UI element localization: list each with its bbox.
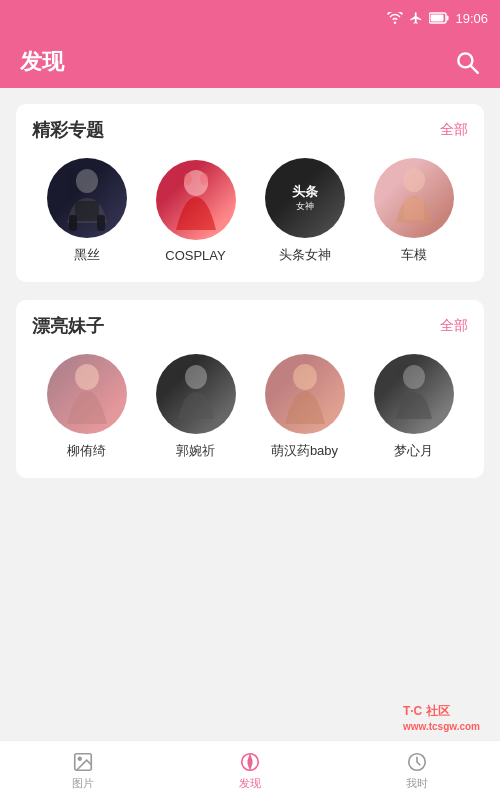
bottom-nav: 图片 发现 我时 (0, 740, 500, 800)
girls-section-header: 漂亮妹子 全部 (32, 314, 468, 338)
svg-rect-2 (447, 16, 449, 21)
wifi-icon (387, 12, 403, 24)
compass-icon (239, 751, 261, 773)
svg-point-12 (403, 168, 425, 192)
featured-label-chemo: 车模 (401, 246, 427, 264)
featured-avatar-cosplay (156, 160, 236, 240)
svg-point-17 (403, 365, 425, 389)
time-display: 19:06 (455, 11, 488, 26)
svg-marker-22 (248, 761, 252, 768)
clock-icon (406, 751, 428, 773)
featured-item-chemo[interactable]: 车模 (374, 158, 454, 264)
featured-item-heisi[interactable]: 黑丝 (47, 158, 127, 264)
featured-more[interactable]: 全部 (440, 121, 468, 139)
search-icon[interactable] (454, 49, 480, 75)
main-content: 精彩专题 全部 黑丝 (0, 88, 500, 740)
girl-label-guowanxi: 郭婉祈 (176, 442, 215, 460)
girl-item-menghan[interactable]: 萌汉药baby (265, 354, 345, 460)
girl-label-liuyouqi: 柳侑绮 (67, 442, 106, 460)
watermark-url: www.tcsgw.com (403, 721, 480, 732)
status-bar: 19:06 (0, 0, 500, 36)
girl-label-mengxin: 梦心月 (394, 442, 433, 460)
girl-avatar-mengxin (374, 354, 454, 434)
girl-avatar-liuyouqi (47, 354, 127, 434)
svg-point-11 (200, 173, 208, 185)
nav-label-pics: 图片 (72, 776, 94, 791)
airplane-icon (409, 11, 423, 25)
featured-item-cosplay[interactable]: COSPLAY (156, 160, 236, 263)
svg-point-14 (75, 364, 99, 390)
svg-point-19 (79, 757, 82, 760)
status-icons: 19:06 (387, 11, 488, 26)
girls-title: 漂亮妹子 (32, 314, 104, 338)
featured-avatar-heisi (47, 158, 127, 238)
featured-label-heisi: 黑丝 (74, 246, 100, 264)
featured-section-header: 精彩专题 全部 (32, 118, 468, 142)
svg-point-16 (293, 364, 317, 390)
battery-icon (429, 12, 449, 24)
featured-title: 精彩专题 (32, 118, 104, 142)
svg-rect-7 (69, 215, 77, 231)
girls-section: 漂亮妹子 全部 柳侑绮 (16, 300, 484, 478)
nav-label-moment: 我时 (406, 776, 428, 791)
nav-label-discover: 发现 (239, 776, 261, 791)
featured-section: 精彩专题 全部 黑丝 (16, 104, 484, 282)
girl-item-liuyouqi[interactable]: 柳侑绮 (47, 354, 127, 460)
nav-item-discover[interactable]: 发现 (167, 751, 334, 791)
svg-rect-13 (404, 198, 424, 220)
girl-avatar-menghan (265, 354, 345, 434)
featured-item-toutiao[interactable]: 头条 女神 头条女神 (265, 158, 345, 264)
girl-avatar-guowanxi (156, 354, 236, 434)
girl-label-menghan: 萌汉药baby (271, 442, 338, 460)
svg-rect-6 (75, 201, 99, 221)
girls-more[interactable]: 全部 (440, 317, 468, 335)
svg-rect-8 (97, 215, 105, 231)
watermark: T·C 社区 www.tcsgw.com (403, 703, 480, 732)
girls-avatars-row: 柳侑绮 郭婉祈 (32, 354, 468, 460)
svg-rect-1 (431, 15, 444, 22)
svg-point-10 (184, 173, 192, 185)
app-header: 发现 (0, 36, 500, 88)
featured-label-toutiao: 头条女神 (279, 246, 331, 264)
nav-item-pics[interactable]: 图片 (0, 751, 167, 791)
svg-point-5 (76, 169, 98, 193)
featured-avatar-chemo (374, 158, 454, 238)
svg-point-15 (185, 365, 207, 389)
header-title: 发现 (20, 47, 64, 77)
image-icon (72, 751, 94, 773)
girl-item-guowanxi[interactable]: 郭婉祈 (156, 354, 236, 460)
girl-item-mengxin[interactable]: 梦心月 (374, 354, 454, 460)
nav-item-moment[interactable]: 我时 (333, 751, 500, 791)
featured-avatar-toutiao: 头条 女神 (265, 158, 345, 238)
featured-avatars-row: 黑丝 COSPLAY 头条 (32, 158, 468, 264)
featured-label-cosplay: COSPLAY (165, 248, 225, 263)
svg-line-4 (471, 66, 478, 73)
